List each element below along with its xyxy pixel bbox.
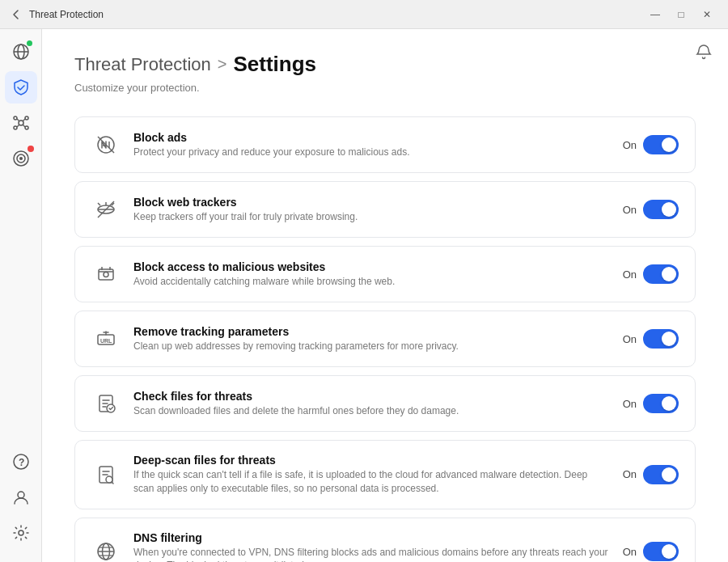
page-subtitle: Customize your protection. — [74, 82, 696, 94]
setting-desc-remove-tracking-params: Clean up web addresses by removing track… — [133, 340, 610, 353]
setting-row-remove-tracking-params: URL Remove tracking parameters Clean up … — [74, 311, 696, 367]
bell-icon[interactable] — [696, 44, 712, 64]
title-bar-controls: — □ ✕ — [644, 3, 718, 26]
svg-point-7 — [25, 126, 28, 129]
setting-text-block-ads: Block ads Protect your privacy and reduc… — [133, 131, 610, 159]
setting-desc-block-ads: Protect your privacy and reduce your exp… — [133, 146, 610, 159]
svg-point-14 — [19, 157, 23, 160]
setting-icon-block-malicious-websites — [91, 260, 121, 289]
svg-point-18 — [19, 530, 23, 535]
svg-line-11 — [23, 125, 25, 127]
setting-icon-remove-tracking-params: URL — [91, 324, 121, 353]
setting-text-dns-filtering: DNS filtering When you're connected to V… — [133, 531, 610, 562]
setting-control-deep-scan: On — [623, 465, 679, 484]
settings-list: Block ads Protect your privacy and reduc… — [74, 116, 696, 562]
svg-line-39 — [112, 482, 113, 484]
title-bar-title: Threat Protection — [29, 9, 104, 20]
setting-on-label-block-ads: On — [623, 139, 637, 151]
globe-icon — [12, 43, 30, 61]
setting-icon-block-ads — [91, 130, 121, 159]
setting-desc-block-web-trackers: Keep trackers off your trail for truly p… — [133, 210, 610, 224]
setting-control-block-ads: On — [623, 135, 679, 154]
setting-control-dns-filtering: On — [623, 542, 679, 561]
title-bar-left: Threat Protection — [10, 8, 104, 21]
gear-icon — [12, 524, 30, 542]
setting-on-label-check-files: On — [623, 398, 637, 410]
shield-icon — [12, 78, 30, 96]
setting-on-label-deep-scan: On — [623, 468, 637, 480]
setting-title-deep-scan: Deep-scan files for threats — [133, 454, 610, 467]
breadcrumb-current: Settings — [233, 52, 316, 77]
svg-rect-29 — [99, 269, 113, 280]
svg-line-10 — [17, 125, 19, 127]
setting-control-remove-tracking-params: On — [623, 329, 679, 349]
toggle-remove-tracking-params[interactable] — [643, 329, 679, 349]
toggle-block-ads[interactable] — [643, 135, 679, 154]
setting-text-check-files: Check files for threats Scan downloaded … — [133, 390, 610, 418]
svg-point-4 — [14, 116, 17, 120]
breadcrumb-separator: > — [218, 55, 227, 74]
target-icon — [12, 150, 30, 167]
setting-title-block-ads: Block ads — [133, 131, 610, 144]
setting-on-label-block-malicious-websites: On — [623, 268, 637, 281]
setting-desc-dns-filtering: When you're connected to VPN, DNS filter… — [133, 546, 610, 562]
setting-desc-check-files: Scan downloaded files and delete the har… — [133, 404, 610, 418]
sidebar-item-user[interactable] — [5, 481, 37, 513]
sidebar-item-help[interactable]: ? — [5, 446, 37, 478]
help-icon: ? — [12, 453, 30, 471]
app-body: ? Thre — [0, 29, 728, 562]
svg-point-17 — [18, 492, 24, 498]
setting-icon-deep-scan — [91, 460, 121, 489]
setting-desc-block-malicious-websites: Avoid accidentally catching malware whil… — [133, 275, 610, 289]
sidebar-item-settings[interactable] — [5, 517, 37, 549]
sidebar: ? — [0, 29, 42, 562]
svg-text:?: ? — [19, 457, 24, 468]
svg-point-5 — [25, 116, 28, 120]
toggle-block-web-trackers[interactable] — [643, 200, 679, 219]
breadcrumb-link[interactable]: Threat Protection — [74, 54, 211, 75]
setting-title-check-files: Check files for threats — [133, 390, 610, 403]
setting-row-block-web-trackers: Block web trackers Keep trackers off you… — [74, 181, 696, 238]
svg-point-36 — [107, 404, 115, 412]
setting-on-label-dns-filtering: On — [623, 546, 637, 558]
back-icon[interactable] — [10, 8, 23, 21]
sidebar-bottom: ? — [5, 446, 37, 556]
setting-text-block-malicious-websites: Block access to malicious websites Avoid… — [133, 260, 610, 289]
setting-on-label-block-web-trackers: On — [623, 204, 637, 216]
sidebar-item-globe[interactable] — [5, 36, 37, 68]
sidebar-item-mesh[interactable] — [5, 107, 37, 139]
toggle-block-malicious-websites[interactable] — [643, 264, 679, 284]
setting-row-deep-scan: Deep-scan files for threats If the quick… — [74, 440, 696, 509]
svg-line-9 — [23, 119, 25, 121]
setting-control-block-malicious-websites: On — [623, 264, 679, 284]
setting-text-remove-tracking-params: Remove tracking parameters Clean up web … — [133, 325, 610, 353]
svg-line-8 — [17, 119, 19, 121]
setting-control-block-web-trackers: On — [623, 200, 679, 219]
setting-title-dns-filtering: DNS filtering — [133, 531, 610, 544]
svg-point-30 — [104, 273, 108, 277]
main-content: Threat Protection > Settings Customize y… — [42, 29, 728, 562]
maximize-button[interactable]: □ — [670, 3, 692, 26]
setting-control-check-files: On — [623, 394, 679, 413]
setting-text-block-web-trackers: Block web trackers Keep trackers off you… — [133, 196, 610, 224]
minimize-button[interactable]: — — [644, 3, 667, 26]
sidebar-item-target[interactable] — [5, 142, 37, 175]
setting-row-block-malicious-websites: Block access to malicious websites Avoid… — [74, 246, 696, 302]
sidebar-item-shield[interactable] — [5, 71, 37, 104]
toggle-check-files[interactable] — [643, 394, 679, 413]
setting-icon-block-web-trackers — [91, 195, 121, 224]
setting-desc-deep-scan: If the quick scan can't tell if a file i… — [133, 468, 610, 496]
toggle-deep-scan[interactable] — [643, 465, 679, 484]
close-button[interactable]: ✕ — [696, 3, 718, 26]
setting-title-block-malicious-websites: Block access to malicious websites — [133, 260, 610, 273]
toggle-dns-filtering[interactable] — [643, 542, 679, 561]
breadcrumb: Threat Protection > Settings — [74, 52, 696, 77]
setting-icon-check-files — [91, 389, 121, 418]
setting-row-dns-filtering: DNS filtering When you're connected to V… — [74, 518, 696, 562]
setting-row-check-files: Check files for threats Scan downloaded … — [74, 375, 696, 432]
setting-text-deep-scan: Deep-scan files for threats If the quick… — [133, 454, 610, 496]
setting-on-label-remove-tracking-params: On — [623, 333, 637, 345]
setting-icon-dns-filtering — [91, 537, 121, 562]
setting-row-block-ads: Block ads Protect your privacy and reduc… — [74, 116, 696, 173]
svg-text:URL: URL — [100, 338, 112, 344]
